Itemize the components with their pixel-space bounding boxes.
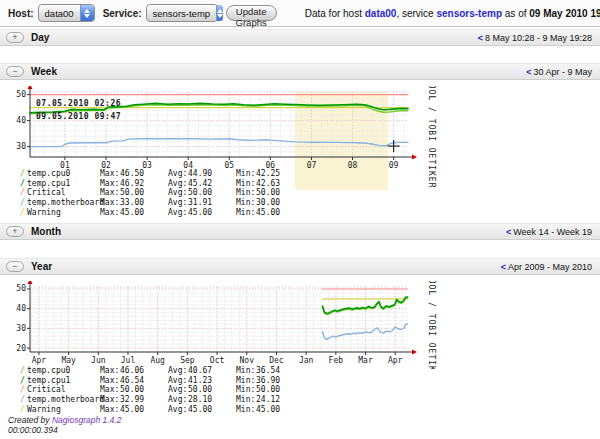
month-toggle-button[interactable]: +: [6, 226, 24, 237]
legend-row: /WarningMax:45.00Avg:45.00Min:45.00: [20, 405, 440, 415]
nagiosgraph-page: Host: data00 Service: sensors-temp Updat…: [0, 0, 600, 439]
svg-text:RRDTOOL / TOBI OETIKER: RRDTOOL / TOBI OETIKER: [427, 281, 436, 369]
service-select-value: sensors-temp: [147, 8, 217, 19]
nagiosgraph-link[interactable]: Nagiosgraph 1.4.2: [52, 415, 121, 425]
series-marker-icon: /: [20, 188, 27, 198]
range-arrow-icon: <: [526, 67, 531, 77]
svg-text:Dec: Dec: [269, 356, 284, 365]
svg-text:50: 50: [16, 90, 26, 99]
week-range: <30 Apr - 9 May: [526, 67, 592, 77]
day-range: <8 May 10:28 - 9 May 19:28: [478, 33, 592, 43]
svg-text:50: 50: [16, 284, 26, 293]
svg-text:30: 30: [16, 142, 26, 151]
select-arrows-icon: [216, 5, 223, 21]
svg-text:Jan: Jan: [299, 356, 314, 365]
svg-text:30: 30: [16, 324, 26, 333]
service-select[interactable]: sensors-temp: [146, 4, 218, 22]
svg-text:Mar: Mar: [358, 356, 373, 365]
month-title: Month: [31, 226, 61, 237]
series-marker-icon: /: [20, 385, 27, 395]
range-arrow-icon: <: [501, 262, 506, 272]
legend-row: /WarningMax:45.00Avg:45.00Min:45.00: [20, 208, 440, 218]
year-legend: /temp.cpu0Max:46.06Avg:40.67Min:36.54 /t…: [20, 366, 440, 414]
legend-row: /temp.cpu1Max:46.92Avg:45.42Min:42.63: [20, 179, 440, 189]
year-chart: AprMayJunJulAugSepOctNovDecJanFebMarApr2…: [12, 281, 464, 369]
legend-row: /temp.cpu1Max:46.54Avg:41.23Min:36.90: [20, 376, 440, 386]
series-marker-icon: /: [20, 366, 27, 376]
series-marker-icon: /: [20, 208, 27, 218]
year-range: <Apr 2009 - May 2010: [501, 262, 592, 272]
toolbar: Host: data00 Service: sensors-temp Updat…: [0, 0, 600, 27]
series-marker-icon: /: [20, 395, 27, 405]
section-header-year: − Year <Apr 2009 - May 2010: [0, 258, 600, 275]
status-text: Data for host data00, service sensors-te…: [305, 8, 600, 19]
month-range: <Week 14 - Week 19: [506, 227, 592, 237]
svg-text:Jun: Jun: [91, 356, 106, 365]
series-marker-icon: /: [20, 198, 27, 208]
svg-text:Apr: Apr: [32, 356, 47, 365]
footer: Created by Nagiosgraph 1.4.2 00:00:00.39…: [8, 415, 121, 435]
service-label: Service:: [103, 8, 142, 19]
footer-elapsed-time: 00:00:00.394: [8, 425, 121, 435]
series-marker-icon: /: [20, 376, 27, 386]
week-legend: /temp.cpu0Max:46.50Avg:44.90Min:42.25 /t…: [20, 169, 440, 217]
svg-text:May: May: [61, 356, 76, 365]
host-label: Host:: [8, 8, 34, 19]
legend-row: /temp.motherboardMax:32.99Avg:28.10Min:2…: [20, 395, 440, 405]
series-marker-icon: /: [20, 405, 27, 415]
svg-text:Aug: Aug: [150, 356, 165, 365]
footer-created-text: Created by: [8, 415, 52, 425]
series-marker-icon: /: [20, 179, 27, 189]
year-toggle-button[interactable]: −: [6, 261, 24, 272]
legend-row: /temp.cpu0Max:46.50Avg:44.90Min:42.25: [20, 169, 440, 179]
day-title: Day: [31, 32, 49, 43]
year-title: Year: [31, 261, 52, 272]
status-service-link[interactable]: sensors-temp: [436, 8, 502, 19]
status-host-link[interactable]: data00: [365, 8, 397, 19]
host-select-value: data00: [39, 8, 80, 19]
legend-row: /temp.motherboardMax:33.00Avg:31.91Min:3…: [20, 198, 440, 208]
select-arrows-icon: [80, 5, 94, 21]
host-select[interactable]: data00: [38, 4, 95, 22]
series-marker-icon: /: [20, 169, 27, 179]
legend-row: /CriticalMax:50.00Avg:50.00Min:50.00: [20, 385, 440, 395]
svg-text:Apr: Apr: [388, 356, 403, 365]
update-graphs-button[interactable]: Update Graphs: [226, 5, 277, 21]
status-date: 09 May 2010 19:28:43 EDT: [529, 8, 600, 19]
section-header-day: + Day <8 May 10:28 - 9 May 19:28: [0, 29, 600, 46]
svg-text:40: 40: [16, 116, 26, 125]
week-title: Week: [31, 66, 57, 77]
section-header-week: − Week <30 Apr - 9 May: [0, 63, 600, 80]
section-header-month: + Month <Week 14 - Week 19: [0, 223, 600, 240]
svg-text:20: 20: [16, 344, 26, 353]
svg-text:07.05.2010 02:26: 07.05.2010 02:26: [36, 99, 121, 108]
svg-text:40: 40: [16, 304, 26, 313]
svg-text:Jul: Jul: [121, 356, 136, 365]
svg-text:Sep: Sep: [180, 356, 195, 365]
legend-row: /CriticalMax:50.00Avg:50.00Min:50.00: [20, 188, 440, 198]
svg-text:Nov: Nov: [240, 356, 255, 365]
week-toggle-button[interactable]: −: [6, 66, 24, 77]
day-toggle-button[interactable]: +: [6, 32, 24, 43]
svg-text:09.05.2010 09:47: 09.05.2010 09:47: [36, 112, 121, 121]
svg-text:Oct: Oct: [210, 356, 225, 365]
svg-text:Feb: Feb: [329, 356, 344, 365]
range-arrow-icon: <: [506, 227, 511, 237]
legend-row: /temp.cpu0Max:46.06Avg:40.67Min:36.54: [20, 366, 440, 376]
range-arrow-icon: <: [478, 33, 483, 43]
